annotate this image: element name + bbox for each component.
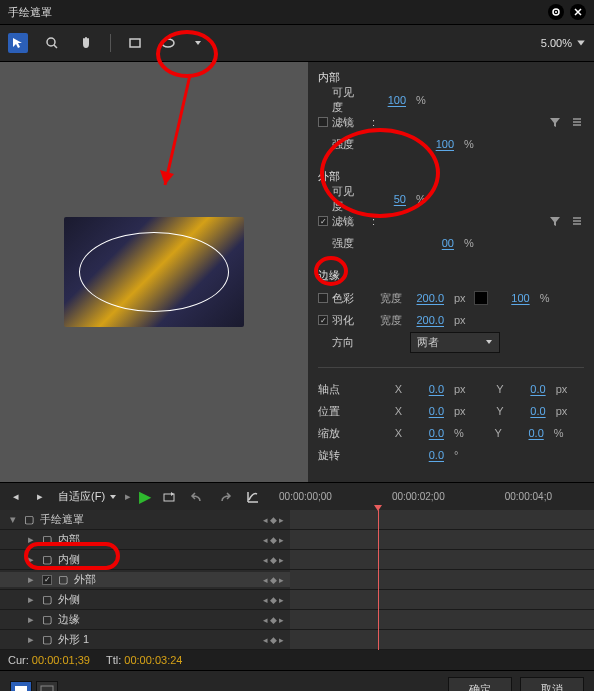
edge-color-checkbox[interactable] [318, 293, 328, 303]
close-button[interactable] [570, 4, 586, 20]
main-area: 内部 可见度 100% 滤镜 : 强度 100% 外部 [0, 62, 594, 482]
edge-pct[interactable]: 100 [496, 292, 530, 304]
outer-visibility-label: 可见度 [318, 184, 364, 214]
svg-point-4 [162, 39, 174, 47]
canvas[interactable] [0, 62, 308, 482]
section-inner: 内部 可见度 100% 滤镜 : 强度 100% [318, 70, 584, 155]
edge-dir-dropdown[interactable]: 两者 [410, 332, 500, 353]
list-icon[interactable] [570, 214, 584, 228]
outer-filter-checkbox[interactable]: ✓ [318, 216, 328, 226]
pos-y[interactable]: 0.0 [512, 405, 546, 417]
track-outer[interactable]: ▸ ✓ ▢ 外部 ◂◆▸ [0, 572, 290, 587]
track-outer-checkbox[interactable]: ✓ [42, 575, 52, 585]
svg-rect-6 [15, 686, 27, 692]
pos-x[interactable]: 0.0 [410, 405, 444, 417]
track-inner[interactable]: ▸ ▢ 内部 ◂◆▸ [0, 532, 290, 547]
playhead[interactable] [378, 510, 379, 650]
cancel-button[interactable]: 取消 [520, 677, 584, 691]
svg-point-1 [555, 11, 557, 13]
inner-visibility-label: 可见度 [318, 85, 364, 115]
inner-filter-checkbox[interactable] [318, 117, 328, 127]
pos-label: 位置 [318, 404, 364, 419]
track-edge[interactable]: ▸ ▢ 边缘 ◂◆▸ [0, 612, 290, 627]
track-outer2[interactable]: ▸ ▢ 外侧 ◂◆▸ [0, 592, 290, 607]
window-buttons [548, 4, 586, 20]
titlebar: 手绘遮罩 [0, 0, 594, 24]
timeline-controls: ◂ ▸ 自适应(F) ▸ ▶ 00:00:00;00 00:00:02;00 0… [0, 482, 594, 510]
zoom-control[interactable]: 5.00% [541, 37, 586, 49]
view-mode-2[interactable] [36, 681, 58, 692]
pivot-y[interactable]: 0.0 [512, 383, 546, 395]
footer: 确定 取消 [0, 670, 594, 691]
tool-dropdown[interactable] [193, 33, 203, 53]
dock-button[interactable] [548, 4, 564, 20]
section-transform: 轴点 X0.0px Y0.0px 位置 X0.0px Y0.0px 缩放 X0.… [318, 378, 584, 466]
svg-rect-7 [41, 686, 53, 692]
outer-visibility-value[interactable]: 50 [372, 193, 406, 205]
outer-strength-label: 强度 [318, 236, 364, 251]
edge-soften-row[interactable]: ✓羽化 [318, 313, 364, 328]
hand-tool[interactable] [76, 33, 96, 53]
inner-filter-row[interactable]: 滤镜 [318, 115, 364, 130]
edge-width2[interactable]: 200.0 [410, 314, 444, 326]
outer-filter-row[interactable]: ✓滤镜 [318, 214, 364, 229]
prev-key[interactable]: ◂ [6, 487, 26, 507]
rot-value[interactable]: 0.0 [410, 449, 444, 461]
section-outer-title: 外部 [318, 169, 584, 184]
svg-rect-3 [130, 39, 140, 47]
select-tool[interactable] [8, 33, 28, 53]
edge-soften-checkbox[interactable]: ✓ [318, 315, 328, 325]
outer-strength-value[interactable]: 00 [420, 237, 454, 249]
next-control[interactable]: ▸ [125, 490, 131, 503]
expand-icon[interactable]: ▸ [26, 533, 36, 546]
pivot-x[interactable]: 0.0 [410, 383, 444, 395]
inner-visibility-value[interactable]: 100 [372, 94, 406, 106]
expand-icon[interactable]: ▾ [8, 513, 18, 526]
curve-button[interactable] [243, 487, 263, 507]
filter-icon[interactable] [548, 115, 562, 129]
inner-strength-value[interactable]: 100 [420, 138, 454, 150]
scale-x[interactable]: 0.0 [410, 427, 444, 439]
list-icon[interactable] [570, 115, 584, 129]
undo-button[interactable] [187, 487, 207, 507]
cur-timecode: 00:00:01;39 [32, 654, 90, 666]
section-edge: 边缘 色彩 宽度 200.0px 100% ✓羽化 宽度 200.0px 方向 … [318, 268, 584, 353]
edge-colorbox[interactable] [474, 291, 488, 305]
ttl-timecode: 00:00:03:24 [124, 654, 182, 666]
scale-y[interactable]: 0.0 [510, 427, 544, 439]
track-root[interactable]: ▾ ▢ 手绘遮罩 ◂◆▸ [0, 512, 290, 527]
status-bar: Cur: 00:00:01;39 Ttl: 00:00:03:24 [0, 650, 594, 670]
pivot-label: 轴点 [318, 382, 364, 397]
svg-point-2 [47, 38, 55, 46]
section-outer: 外部 可见度 50% ✓滤镜 : 强度 00% [318, 169, 584, 254]
separator [110, 34, 111, 52]
divider [318, 367, 584, 368]
edge-width1[interactable]: 200.0 [410, 292, 444, 304]
ok-button[interactable]: 确定 [448, 677, 512, 691]
filter-icon[interactable] [548, 214, 562, 228]
view-mode-1[interactable] [10, 681, 32, 692]
time-ruler[interactable]: 00:00:00;00 00:00:02;00 00:00:04;0 [271, 483, 588, 511]
play-button[interactable]: ▶ [139, 487, 151, 506]
rot-label: 旋转 [318, 448, 364, 463]
section-inner-title: 内部 [318, 70, 584, 85]
mask-ellipse[interactable] [79, 232, 229, 312]
loop-button[interactable] [159, 487, 179, 507]
redo-button[interactable] [215, 487, 235, 507]
properties-panel: 内部 可见度 100% 滤镜 : 强度 100% 外部 [308, 62, 594, 482]
rect-tool[interactable] [125, 33, 145, 53]
next-key[interactable]: ▸ [30, 487, 50, 507]
edge-color-row[interactable]: 色彩 [318, 291, 364, 306]
track-inner2[interactable]: ▸ ▢ 内侧 ◂◆▸ [0, 552, 290, 567]
track-icon: ▢ [24, 513, 34, 526]
zoom-tool[interactable] [42, 33, 62, 53]
track-shape[interactable]: ▸ ▢ 外形 1 ◂◆▸ [0, 632, 290, 647]
track-body[interactable] [290, 510, 594, 529]
window-title: 手绘遮罩 [8, 5, 52, 20]
toolbar: 5.00% [0, 24, 594, 62]
ellipse-tool[interactable] [159, 33, 179, 53]
preview-image [64, 217, 244, 327]
track-icon: ▢ [42, 533, 52, 546]
fit-dropdown[interactable]: 自适应(F) [58, 489, 117, 504]
svg-rect-5 [164, 494, 174, 501]
